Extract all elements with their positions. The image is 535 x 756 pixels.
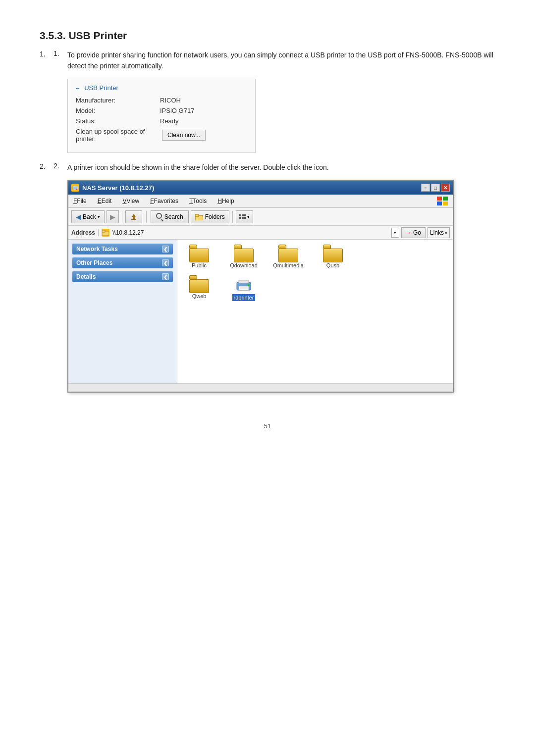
svg-rect-7	[131, 219, 136, 220]
file-qmultimedia[interactable]: Qmultimedia	[273, 245, 303, 268]
forward-arrow-icon: ▶	[110, 213, 115, 221]
file-qusb[interactable]: Qusb	[318, 245, 348, 268]
network-tasks-label: Network Tasks	[76, 246, 118, 252]
other-places-section: Other Places ❮	[68, 257, 177, 268]
public-icon	[189, 245, 209, 262]
menu-edit[interactable]: EEdit	[96, 197, 114, 205]
explorer-content: Network Tasks ❮ Other Places ❮	[68, 240, 453, 383]
view-dropdown-icon: ▾	[247, 214, 250, 219]
menu-file[interactable]: FFile	[71, 197, 89, 205]
details-collapse[interactable]: ❮	[162, 273, 169, 280]
section-heading: 3.5.3. USB Printer	[40, 30, 495, 42]
list-number-2: 2.	[54, 162, 67, 170]
view-icon	[239, 214, 246, 219]
address-dropdown[interactable]: ▾	[391, 228, 399, 238]
status-row: Status: Ready	[76, 117, 247, 125]
other-places-collapse[interactable]: ❮	[162, 259, 169, 266]
explorer-window: NAS Server (10.8.12.27) – □ ✕ FFile EEdi…	[67, 180, 454, 393]
network-tasks-header[interactable]: Network Tasks ❮	[72, 244, 173, 254]
status-bar	[68, 383, 453, 392]
title-bar-controls[interactable]: – □ ✕	[421, 184, 450, 192]
file-rdprinter[interactable]: rdprinter	[229, 275, 259, 301]
search-label: Search	[164, 213, 183, 220]
model-value: IPSiO G717	[160, 107, 194, 114]
up-button[interactable]	[125, 210, 142, 223]
qweb-label: Qweb	[192, 293, 207, 299]
clean-now-button[interactable]: Clean now...	[162, 130, 206, 141]
restore-button[interactable]: □	[431, 184, 440, 192]
model-row: Model: IPSiO G717	[76, 107, 247, 114]
svg-point-2	[76, 189, 77, 190]
status-label: Status:	[76, 117, 160, 125]
printer-info-header: – USB Printer	[76, 84, 247, 92]
svg-point-15	[248, 284, 250, 286]
view-button[interactable]: ▾	[236, 210, 253, 223]
back-button[interactable]: ◀ Back ▾	[71, 210, 105, 223]
list-text-1: To provide printer sharing function for …	[67, 50, 495, 72]
qmultimedia-label: Qmultimedia	[273, 262, 304, 268]
search-button[interactable]: Search	[151, 210, 189, 223]
file-row-2: Qweb	[184, 275, 446, 301]
menu-help[interactable]: HHelp	[215, 197, 236, 205]
search-icon	[156, 213, 162, 220]
folders-button[interactable]: Folders	[191, 210, 229, 223]
page-number: 51	[40, 422, 495, 430]
toolbar-sep-2	[146, 211, 147, 223]
list-item-2: 2. A printer icon should be shown in the…	[40, 162, 495, 393]
qdownload-label: Qdownload	[230, 262, 258, 268]
public-label: Public	[192, 262, 207, 268]
address-bar: Address \\10.8.12.27 ▾ → Go	[68, 226, 453, 240]
folders-icon	[195, 213, 203, 220]
qusb-label: Qusb	[326, 262, 339, 268]
svg-rect-9	[195, 214, 199, 216]
list-item-1: 1. To provide printer sharing function f…	[40, 50, 495, 153]
right-panel: Public Qdownload	[177, 240, 453, 383]
minus-icon: –	[76, 84, 79, 92]
details-header[interactable]: Details ❮	[72, 271, 173, 282]
qmultimedia-icon	[278, 245, 298, 262]
title-bar: NAS Server (10.8.12.27) – □ ✕	[68, 181, 453, 195]
minimize-button[interactable]: –	[421, 184, 430, 192]
close-button[interactable]: ✕	[441, 184, 450, 192]
menu-bar: FFile EEdit VView FFavorites TTools HHel…	[68, 195, 453, 208]
qdownload-icon	[234, 245, 254, 262]
file-public[interactable]: Public	[184, 245, 214, 268]
windows-logo	[436, 196, 450, 206]
title-bar-left: NAS Server (10.8.12.27)	[71, 184, 154, 192]
menu-view[interactable]: VView	[120, 197, 141, 205]
rdprinter-label: rdprinter	[232, 294, 256, 301]
cleanup-row: Clean up spool space of printer: Clean n…	[76, 128, 247, 143]
file-qweb[interactable]: Qweb	[184, 275, 214, 299]
links-button[interactable]: Links »	[428, 227, 450, 238]
qusb-icon	[323, 245, 343, 262]
address-path: \\10.8.12.27	[112, 229, 388, 236]
other-places-header[interactable]: Other Places ❮	[72, 257, 173, 268]
instruction-list: 1. To provide printer sharing function f…	[40, 50, 495, 393]
folders-label: Folders	[205, 213, 225, 220]
svg-rect-6	[443, 202, 448, 205]
list-text-2: A printer icon should be shown in the sh…	[67, 162, 495, 173]
back-arrow-icon: ◀	[76, 213, 81, 221]
nas-icon	[71, 184, 79, 192]
forward-button[interactable]: ▶	[107, 210, 119, 223]
address-icon	[102, 229, 109, 237]
details-section: Details ❮	[68, 271, 177, 282]
svg-rect-4	[443, 197, 448, 201]
up-icon	[130, 213, 138, 221]
go-label: Go	[413, 229, 421, 236]
other-places-label: Other Places	[76, 259, 112, 266]
menu-tools[interactable]: TTools	[187, 197, 209, 205]
manufacturer-value: RICOH	[160, 97, 181, 104]
menu-favorites[interactable]: FFavorites	[148, 197, 180, 205]
printer-info-title: USB Printer	[84, 84, 118, 92]
manufacturer-row: Manufacturer: RICOH	[76, 97, 247, 104]
network-tasks-collapse[interactable]: ❮	[162, 246, 169, 252]
toolbar-sep-3	[232, 211, 233, 223]
svg-rect-11	[102, 230, 105, 232]
manufacturer-label: Manufacturer:	[76, 97, 160, 104]
svg-rect-13	[239, 280, 249, 283]
qweb-icon	[189, 275, 209, 293]
go-button[interactable]: → Go	[401, 227, 426, 238]
file-qdownload[interactable]: Qdownload	[229, 245, 259, 268]
address-go: ▾ → Go Links »	[391, 227, 450, 238]
